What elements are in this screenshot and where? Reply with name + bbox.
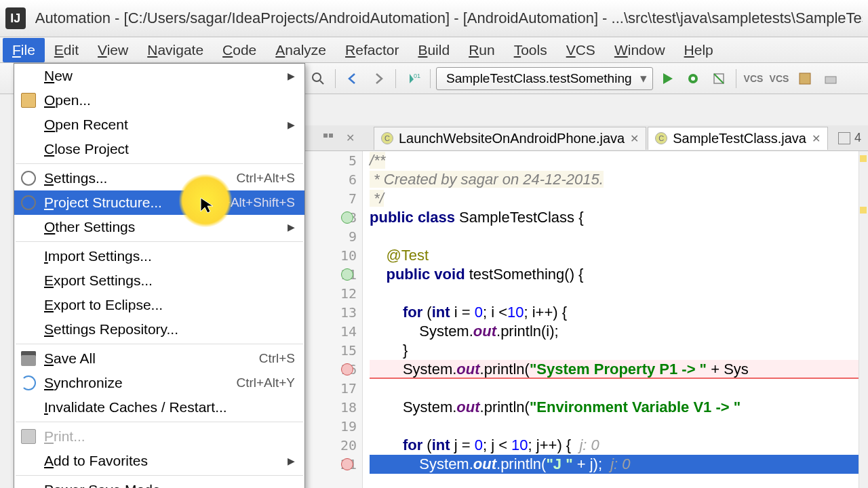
file-menu-settings-repository-[interactable]: Settings Repository... [14, 317, 304, 342]
java-file-icon: C [655, 132, 667, 144]
svg-point-0 [313, 73, 321, 81]
menu-file[interactable]: File [3, 38, 45, 62]
gear-icon [21, 195, 36, 210]
svg-rect-9 [329, 134, 333, 138]
menu-navigate[interactable]: Navigate [138, 38, 213, 62]
svg-rect-6 [800, 73, 810, 84]
submenu-arrow-icon: ▶ [288, 455, 295, 466]
run-button[interactable] [656, 67, 679, 90]
menu-tools[interactable]: Tools [505, 38, 557, 62]
svg-point-4 [691, 77, 695, 81]
sync-icon [21, 375, 36, 390]
close-panel-icon[interactable]: ✕ [341, 129, 359, 147]
code-editor[interactable]: 56789101112131415161718192021 /** * Crea… [302, 151, 868, 488]
file-menu-new[interactable]: New▶ [14, 64, 304, 88]
svg-rect-8 [323, 134, 328, 138]
app-icon: IJ [5, 7, 26, 29]
menu-view[interactable]: View [88, 38, 138, 62]
submenu-arrow-icon: ▶ [288, 119, 295, 130]
save-icon [21, 351, 36, 366]
menu-help[interactable]: Help [675, 38, 723, 62]
submenu-arrow-icon: ▶ [288, 70, 295, 81]
vcs-update-icon[interactable]: VCS [768, 67, 791, 90]
file-menu-add-to-favorites[interactable]: Add to Favorites▶ [14, 449, 304, 473]
svg-line-1 [320, 81, 323, 84]
gear-icon [21, 171, 36, 186]
back-button[interactable] [341, 67, 364, 90]
editor-tabs: ✕ CLaunchWebsiteOnAndroidPhone.java✕CSam… [302, 125, 868, 151]
menu-vcs[interactable]: VCS [557, 38, 605, 62]
code-content[interactable]: /** * Created by sagar on 24-12-2015. */… [363, 151, 868, 488]
menubar: FileEditViewNavigateCodeAnalyzeRefactorB… [0, 37, 868, 63]
file-menu-project-structure-[interactable]: Project Structure...Ctrl+Alt+Shift+S [14, 190, 304, 215]
menu-code[interactable]: Code [213, 38, 266, 62]
error-stripe [859, 151, 868, 488]
menu-refactor[interactable]: Refactor [336, 38, 408, 62]
file-menu-synchronize[interactable]: SynchronizeCtrl+Alt+Y [14, 371, 304, 395]
file-menu-other-settings[interactable]: Other Settings▶ [14, 215, 304, 239]
project-structure-icon[interactable] [793, 67, 816, 90]
folder-icon [21, 93, 36, 108]
file-menu-dropdown: New▶Open...Open Recent▶Close ProjectSett… [14, 63, 305, 488]
file-menu-export-to-eclipse-[interactable]: Export to Eclipse... [14, 293, 304, 317]
file-menu-power-save-mode[interactable]: Power Save Mode [14, 478, 304, 488]
menu-run[interactable]: Run [459, 38, 505, 62]
vcs-icon[interactable]: VCS [742, 67, 765, 90]
submenu-arrow-icon: ▶ [288, 222, 295, 232]
menu-build[interactable]: Build [408, 38, 459, 62]
file-menu-close-project[interactable]: Close Project [14, 137, 304, 161]
run-configuration-select[interactable]: SampleTestClass.testSomething [436, 67, 653, 90]
file-menu-invalidate-caches-restart-[interactable]: Invalidate Caches / Restart... [14, 395, 304, 420]
settings-icon[interactable] [819, 67, 842, 90]
menu-window[interactable]: Window [605, 38, 675, 62]
search-icon[interactable] [307, 67, 330, 90]
make-button[interactable]: 01 [401, 67, 425, 90]
tab-launchwebsiteonandroidphone-java[interactable]: CLaunchWebsiteOnAndroidPhone.java✕ [374, 127, 646, 150]
svg-text:01: 01 [414, 73, 420, 79]
java-file-icon: C [381, 132, 393, 144]
close-tab-icon[interactable]: ✕ [630, 132, 639, 145]
file-menu-open-recent[interactable]: Open Recent▶ [14, 113, 304, 137]
coverage-button[interactable] [707, 67, 730, 90]
file-menu-import-settings-[interactable]: Import Settings... [14, 244, 304, 268]
split-icon[interactable] [838, 132, 850, 144]
menu-analyze[interactable]: Analyze [266, 38, 336, 62]
tab-sampletestclass-java[interactable]: CSampleTestClass.java✕ [648, 127, 828, 150]
structure-icon[interactable] [319, 129, 337, 147]
forward-button[interactable] [367, 67, 390, 90]
print-icon [21, 429, 36, 444]
close-tab-icon[interactable]: ✕ [812, 132, 821, 145]
hidden-tabs-count[interactable]: 4 [854, 131, 861, 145]
file-menu-print-: Print... [14, 424, 304, 449]
window-title: Automation - [C:/Users/sagar/IdeaProject… [35, 9, 863, 27]
file-menu-open-[interactable]: Open... [14, 88, 304, 113]
file-menu-settings-[interactable]: Settings...Ctrl+Alt+S [14, 166, 304, 190]
gutter: 56789101112131415161718192021 [302, 151, 363, 488]
titlebar: IJ Automation - [C:/Users/sagar/IdeaProj… [0, 0, 868, 37]
menu-edit[interactable]: Edit [45, 38, 88, 62]
run-config-label: SampleTestClass.testSomething [446, 71, 632, 86]
debug-button[interactable] [682, 67, 705, 90]
svg-rect-7 [825, 77, 836, 83]
file-menu-save-all[interactable]: Save AllCtrl+S [14, 346, 304, 371]
file-menu-export-settings-[interactable]: Export Settings... [14, 268, 304, 293]
